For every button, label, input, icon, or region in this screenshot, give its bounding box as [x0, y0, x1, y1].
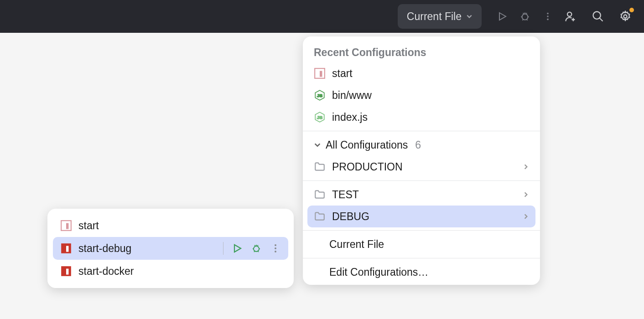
nodejs-icon: JS [314, 89, 326, 101]
npm-icon [60, 220, 72, 232]
svg-point-2 [547, 15, 549, 17]
chevron-down-icon [314, 141, 321, 149]
folder-label: DEBUG [332, 211, 369, 223]
svg-rect-8 [320, 71, 322, 77]
config-label: start [78, 220, 99, 232]
svg-text:JS: JS [317, 93, 322, 98]
debug-icon[interactable] [251, 243, 262, 254]
config-folder-item[interactable]: PRODUCTION [303, 156, 540, 178]
npm-icon [60, 265, 72, 277]
config-folder-item[interactable]: TEST [303, 184, 540, 206]
svg-rect-20 [66, 269, 68, 275]
run-config-label: Current File [407, 10, 462, 23]
config-label: start-debug [78, 242, 131, 255]
config-label: index.js [332, 111, 368, 123]
action-divider [223, 242, 223, 255]
all-configs-label: All Configurations [326, 139, 408, 151]
svg-point-1 [547, 13, 549, 15]
chevron-right-icon [523, 213, 529, 220]
more-button[interactable] [536, 5, 559, 28]
svg-point-5 [593, 12, 601, 19]
recent-configs-header: Recent Configurations [303, 42, 540, 62]
run-icon[interactable] [232, 243, 243, 254]
svg-rect-14 [66, 246, 68, 252]
chevron-right-icon [523, 191, 529, 198]
search-button[interactable] [587, 5, 609, 28]
debug-button[interactable] [514, 5, 536, 28]
divider [303, 131, 540, 131]
config-label: start [332, 67, 353, 80]
folder-icon [314, 161, 326, 173]
config-label: start-docker [78, 265, 134, 278]
submenu-config-item[interactable]: start [53, 214, 288, 237]
folder-label: PRODUCTION [332, 161, 403, 173]
svg-point-6 [624, 15, 627, 18]
svg-point-3 [547, 19, 549, 21]
add-user-button[interactable] [559, 5, 582, 28]
svg-point-18 [275, 251, 276, 252]
divider [303, 230, 540, 231]
chevron-right-icon [523, 164, 529, 170]
npm-icon [60, 242, 72, 254]
submenu-config-item[interactable]: start-docker [53, 260, 288, 283]
run-config-selector[interactable]: Current File [398, 4, 482, 29]
more-icon[interactable] [270, 243, 281, 254]
svg-point-4 [567, 12, 571, 16]
divider [303, 258, 540, 258]
svg-point-16 [275, 244, 276, 246]
edit-configs-item[interactable]: Edit Configurations… [303, 261, 540, 283]
all-configs-count: 6 [415, 139, 421, 151]
config-folder-item[interactable]: DEBUG [307, 206, 535, 227]
current-file-item[interactable]: Current File [303, 233, 540, 255]
folder-icon [314, 189, 326, 201]
folder-icon [314, 211, 326, 222]
svg-text:JS: JS [317, 115, 322, 120]
toolbar: Current File [0, 0, 644, 33]
chevron-down-icon [466, 13, 473, 20]
run-button[interactable] [491, 5, 514, 28]
nodejs-icon: JS [314, 111, 326, 123]
all-configs-header[interactable]: All Configurations 6 [303, 134, 540, 156]
current-file-label: Current File [329, 238, 384, 251]
recent-config-item[interactable]: JS bin/www [303, 84, 540, 106]
action-group [223, 242, 281, 255]
edit-configs-label: Edit Configurations… [329, 266, 428, 278]
svg-point-17 [275, 247, 276, 249]
svg-rect-12 [66, 223, 68, 229]
config-label: bin/www [332, 89, 372, 102]
recent-config-item[interactable]: JS index.js [303, 106, 540, 128]
divider [303, 180, 540, 181]
debug-submenu: start start-debug start-docker [47, 209, 294, 288]
run-config-dropdown: Recent Configurations start JS bin/www J… [303, 36, 540, 285]
submenu-config-item[interactable]: start-debug [53, 237, 288, 260]
recent-config-item[interactable]: start [303, 62, 540, 84]
npm-icon [314, 67, 326, 79]
settings-button[interactable] [614, 5, 637, 28]
folder-label: TEST [332, 189, 359, 201]
toolbar-right [559, 5, 637, 28]
